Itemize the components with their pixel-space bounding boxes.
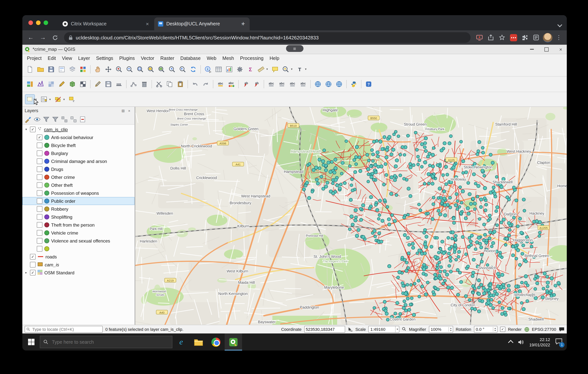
help-contents[interactable]: ? [364,79,374,89]
legend-class-row[interactable]: Drugs [22,165,135,173]
menu-view[interactable]: View [59,54,75,62]
taskbar-ie-icon[interactable]: e [172,333,190,351]
magnifier-spin[interactable]: 100% ▲▼ [429,326,453,333]
qgis-maximize-button[interactable] [540,45,552,53]
taskbar-file-explorer-icon[interactable] [190,333,207,351]
layer-checkbox[interactable] [37,222,42,228]
layer-checkbox[interactable] [37,214,42,220]
menu-raster[interactable]: Raster [157,54,177,62]
crs-globe-icon[interactable] [524,327,529,332]
zoom-to-layer[interactable] [157,64,166,74]
layer-checkbox[interactable] [37,190,42,196]
tray-clock[interactable]: 22:12 19/01/2022 [529,337,550,347]
locate-input[interactable] [32,327,101,332]
expander-icon[interactable]: ▾ [24,128,28,131]
address-bar[interactable]: ucldesktop.cloud.com/Citrix/StoreWeb/cli… [64,32,471,43]
magnifier-up-icon[interactable]: ▲ [450,327,452,329]
new-tab-button[interactable]: + [238,19,248,29]
zoom-full[interactable] [135,64,145,74]
legend-class-row[interactable]: Bicycle theft [22,141,135,149]
pan-map[interactable] [93,64,103,74]
filter-legend[interactable] [42,115,50,124]
text-annotation[interactable]: T [295,64,304,74]
new-shapefile-layer[interactable] [57,79,67,89]
pan-to-selection[interactable] [104,64,113,74]
close-window-button[interactable] [28,21,33,25]
legend-class-row[interactable]: Robbery [22,205,135,213]
scale-combo[interactable]: 1:49160 ▾ [368,326,399,333]
bookmark-star-icon[interactable] [497,32,507,43]
save-project[interactable] [46,64,56,74]
red-extension-icon[interactable] [508,32,518,43]
select-features-by-value-dropdown-icon[interactable]: ▾ [49,97,53,101]
magnifier-down-icon[interactable]: ▼ [450,329,452,331]
new-geopackage-layer[interactable] [67,79,77,89]
rotation-down-icon[interactable]: ▼ [494,329,496,331]
layer-checkbox[interactable] [37,166,42,172]
taskbar-chrome-icon[interactable] [207,333,225,351]
tab-close-icon[interactable]: × [144,21,150,27]
layer-checkbox[interactable]: ✓ [37,135,42,140]
layer-checkbox[interactable] [37,182,42,188]
text-annotation-dropdown-icon[interactable]: ▾ [305,67,308,71]
layer-checkbox[interactable] [37,198,42,204]
delete-selected[interactable] [139,79,149,89]
qgis-minimize-button[interactable] [526,45,538,53]
python-console[interactable] [349,79,359,89]
legend-class-row[interactable]: Public order [22,197,135,205]
map-canvas[interactable]: West HendonBrent Cross InterchangeBrent … [135,107,567,325]
redo[interactable] [201,79,211,89]
layer-labeling-options[interactable]: abc [216,79,225,89]
open-project[interactable] [36,64,45,74]
volume-icon[interactable] [518,339,524,345]
layer-checkbox[interactable] [37,246,42,252]
panel-close-icon[interactable]: × [126,108,132,113]
select-features-by-area[interactable] [25,94,35,104]
open-data-source-manager[interactable] [25,79,35,89]
measure-line-dropdown-icon[interactable]: ▾ [266,67,270,71]
menu-help[interactable]: Help [267,54,282,62]
manage-map-themes[interactable] [33,115,41,124]
scale-dropdown-icon[interactable]: ▾ [395,326,399,332]
forward-icon[interactable]: → [38,32,48,43]
render-checkbox[interactable]: ✓ [500,327,505,332]
web-map-services[interactable] [334,79,344,89]
menu-web[interactable]: Web [204,54,219,62]
deselect-features-all-layers-dropdown-icon[interactable]: ▾ [63,97,67,101]
mouse-position-icon[interactable] [348,327,353,332]
notification-center-icon[interactable]: 1 [556,338,562,346]
menu-plugins[interactable]: Plugins [116,54,138,62]
layer-checkbox[interactable]: ✓ [30,270,36,276]
refresh-map[interactable] [188,64,198,74]
layer-row[interactable]: cam_is [22,261,135,269]
menu-vector[interactable]: Vector [138,54,158,62]
copy-features[interactable] [165,79,175,89]
legend-class-row[interactable]: Other theft [22,181,135,189]
start-button[interactable] [22,333,40,351]
locate-box[interactable] [25,326,103,333]
menu-processing[interactable]: Processing [237,54,267,62]
layer-checkbox[interactable]: ✓ [30,254,36,260]
taskbar-qgis-icon[interactable] [225,333,242,351]
layer-diagram-options[interactable]: abc [226,79,236,89]
menu-edit[interactable]: Edit [45,54,59,62]
geocoder[interactable] [324,79,333,89]
browser-menu-icon[interactable]: ⋮ [554,32,564,43]
change-label-properties[interactable]: abc [288,79,297,89]
zoom-in[interactable] [114,64,124,74]
panel-float-icon[interactable]: ⊞ [120,108,126,113]
new-print-layout[interactable] [57,64,67,74]
tab-desktop[interactable]: Desktop@UCL Anywhere× [154,17,250,30]
select-features-by-value[interactable] [39,94,49,104]
legend-class-row[interactable] [22,245,135,253]
statistical-summary[interactable]: Σ [245,64,255,74]
layer-checkbox[interactable] [37,142,42,148]
layer-checkbox[interactable]: ✓ [30,127,36,132]
screen-share-icon[interactable] [474,32,484,43]
new-virtual-layer[interactable] [78,79,88,89]
collapse-all-layers[interactable] [69,115,78,124]
paste-features[interactable] [175,79,185,89]
save-layer-edits[interactable] [104,79,113,89]
open-layer-styling-dock[interactable] [24,115,32,124]
rotation-up-icon[interactable]: ▲ [494,327,496,329]
